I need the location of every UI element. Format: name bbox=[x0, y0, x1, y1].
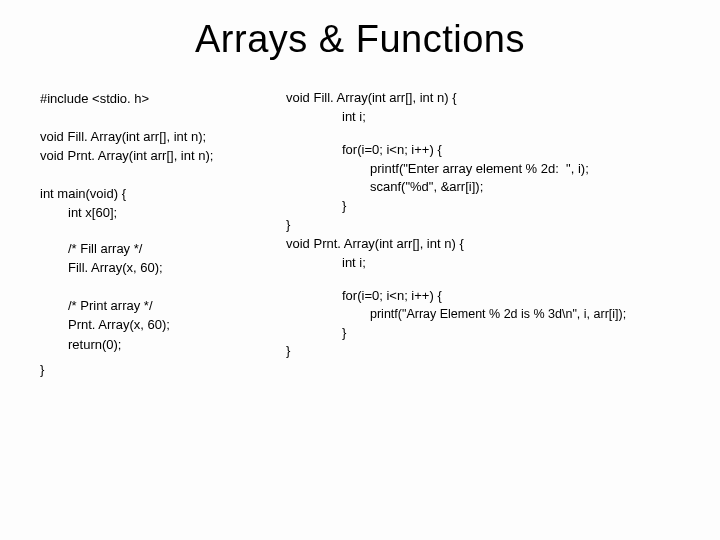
code-line: for(i=0; i<n; i++) { bbox=[286, 141, 680, 160]
code-line: printf("Enter array element % 2d: ", i); bbox=[286, 160, 680, 179]
code-line: void Prnt. Array(int arr[], int n); bbox=[40, 146, 278, 166]
code-line: return(0); bbox=[40, 335, 278, 355]
code-line: } bbox=[286, 197, 680, 216]
code-line: int i; bbox=[286, 108, 680, 127]
code-line: /* Print array */ bbox=[40, 296, 278, 316]
code-line: #include <stdio. h> bbox=[40, 89, 278, 109]
right-code-column: void Fill. Array(int arr[], int n) { int… bbox=[286, 89, 680, 380]
code-line: /* Fill array */ bbox=[40, 239, 278, 259]
left-code-column: #include <stdio. h> void Fill. Array(int… bbox=[40, 89, 278, 380]
code-line: int main(void) { bbox=[40, 184, 278, 204]
code-line: } bbox=[286, 216, 680, 235]
code-line: void Fill. Array(int arr[], int n); bbox=[40, 127, 278, 147]
code-line: scanf("%d", &arr[i]); bbox=[286, 178, 680, 197]
code-line: int x[60]; bbox=[40, 203, 278, 223]
code-line: Prnt. Array(x, 60); bbox=[40, 315, 278, 335]
code-line: void Fill. Array(int arr[], int n) { bbox=[286, 89, 680, 108]
code-line: void Prnt. Array(int arr[], int n) { bbox=[286, 235, 680, 254]
code-line: int i; bbox=[286, 254, 680, 273]
code-line: printf("Array Element % 2d is % 3d\n", i… bbox=[286, 305, 680, 323]
slide: Arrays & Functions #include <stdio. h> v… bbox=[0, 0, 720, 540]
content-columns: #include <stdio. h> void Fill. Array(int… bbox=[40, 89, 680, 380]
code-line: } bbox=[286, 324, 680, 343]
code-line: for(i=0; i<n; i++) { bbox=[286, 287, 680, 306]
slide-title: Arrays & Functions bbox=[40, 18, 680, 61]
code-line: } bbox=[286, 342, 680, 361]
code-line: } bbox=[40, 360, 278, 380]
code-line: Fill. Array(x, 60); bbox=[40, 258, 278, 278]
